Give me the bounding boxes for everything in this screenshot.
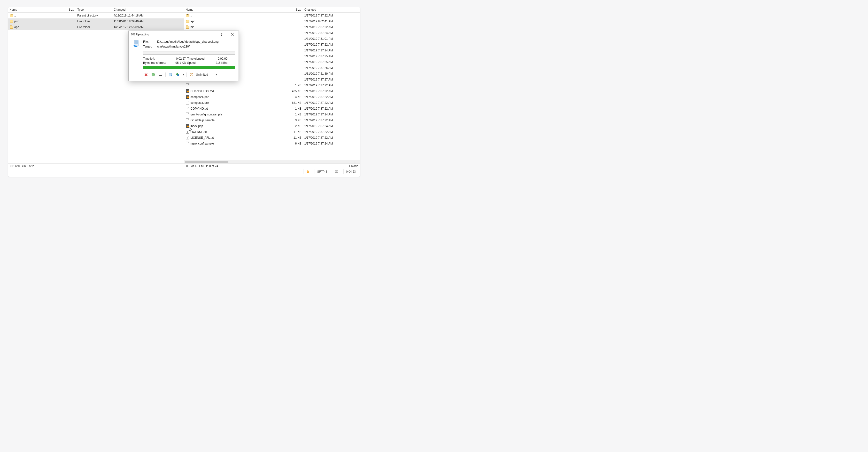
table-row[interactable]: ..1/17/2019 7:37:22 AM (184, 12, 361, 19)
speed-limit-label[interactable]: Unlimited (196, 73, 208, 76)
table-row[interactable]: bin1/17/2019 7:37:22 AM (184, 24, 361, 30)
text-file-icon (186, 136, 190, 140)
table-row[interactable]: composer.lock681 KB1/17/2019 7:37:22 AM (184, 100, 361, 106)
table-row[interactable]: appFile folder1/20/2017 12:55:09 AM (8, 24, 184, 30)
file-changed: 1/17/2019 7:37:22 AM (303, 42, 361, 48)
table-row[interactable]: nginx.conf.sample6 KB1/17/2019 7:37:24 A… (184, 141, 361, 146)
table-row[interactable]: Gruntfile.js.sample3 KB1/17/2019 7:37:22… (184, 117, 361, 123)
file-name: .. (191, 14, 192, 17)
file-size (286, 19, 303, 24)
file-name: composer.json (191, 95, 209, 99)
file-changed: 1/17/2019 7:37:25 AM (303, 53, 361, 59)
file-size: 2 KB (286, 123, 303, 129)
folder-icon (186, 20, 190, 23)
scroll-right-icon[interactable]: › (353, 160, 357, 164)
close-icon (231, 33, 234, 36)
time-left-value: 0:02:27 (171, 57, 186, 60)
file-name: Gruntfile.js.sample (191, 119, 215, 122)
svg-rect-1 (134, 40, 138, 46)
text-file-icon (186, 107, 190, 111)
dialog-titlebar[interactable]: 0% Uploading ? (129, 31, 239, 38)
file-label: File: (143, 40, 157, 44)
col-changed[interactable]: Changed (303, 7, 361, 12)
table-row[interactable]: composer.json4 KB1/17/2019 7:37:22 AM (184, 94, 361, 100)
file-changed: 1/17/2019 7:37:22 AM (303, 82, 361, 88)
hidden-count: 1 hidde (349, 164, 358, 168)
skip-button[interactable] (167, 72, 174, 78)
file-size: 6 KB (286, 141, 303, 146)
file-name: pub (14, 20, 19, 23)
file-changed: 1/20/2017 12:55:09 AM (112, 24, 184, 30)
table-row[interactable]: LICENSE.txt11 KB1/17/2019 7:37:22 AM (184, 129, 361, 135)
close-button[interactable] (227, 31, 238, 38)
file-icon (186, 101, 190, 105)
file-changed: 1/17/2019 7:37:22 AM (303, 135, 361, 141)
table-row[interactable]: COPYING.txt1 KB1/17/2019 7:37:22 AM (184, 106, 361, 112)
file-type: File folder (76, 24, 112, 30)
speedometer-icon (190, 73, 193, 77)
file-size (54, 12, 76, 19)
minimize-button[interactable] (158, 72, 163, 78)
col-size[interactable]: Size (54, 7, 76, 12)
file-size: 425 KB (286, 88, 303, 94)
local-status-text: 0 B of 0 B in 2 of 2 (10, 164, 34, 168)
col-changed[interactable]: Changed (112, 7, 184, 12)
file-size (286, 59, 303, 65)
lock-icon (306, 170, 310, 174)
file-name: LICENSE_AFL.txt (191, 136, 214, 139)
table-row[interactable]: index.php2 KB1/17/2019 7:37:24 AM (184, 123, 361, 129)
help-button[interactable]: ? (216, 31, 227, 38)
remote-status-bar: 0 B of 1.11 MB in 0 of 24 1 hidde (184, 164, 361, 169)
col-type[interactable]: Type (76, 7, 112, 12)
file-size (286, 53, 303, 59)
table-row[interactable]: 1 KB1/17/2019 7:37:22 AM (184, 82, 361, 88)
table-row[interactable]: grunt-config.json.sample1 KB1/17/2019 7:… (184, 112, 361, 117)
cancel-transfer-button[interactable] (143, 72, 149, 78)
file-changed: 1/17/2019 7:37:22 AM (303, 129, 361, 135)
table-row[interactable]: ..Parent directory4/12/2019 11:44:18 AM (8, 12, 184, 19)
file-name: COPYING.txt (191, 107, 208, 110)
table-row[interactable]: app1/17/2019 8:02:41 AM (184, 19, 361, 24)
local-file-table[interactable]: Name Size Type Changed ..Parent director… (8, 7, 184, 30)
upload-dialog: 0% Uploading ? File: D:\…\pub\media\logo… (128, 31, 239, 81)
speed-dropdown-icon[interactable]: ▼ (215, 74, 217, 76)
speed-limit-button[interactable] (189, 72, 194, 78)
file-name: nginx.conf.sample (191, 142, 214, 145)
col-name[interactable]: Name (8, 7, 54, 12)
transfer-icon (132, 40, 141, 49)
file-changed: 1/31/2019 7:51:01 PM (303, 36, 361, 42)
file-size: 1 KB (286, 106, 303, 112)
code-file-icon (186, 89, 190, 93)
table-row[interactable]: CHANGELOG.md425 KB1/17/2019 7:37:22 AM (184, 88, 361, 94)
table-row[interactable]: LICENSE_AFL.txt11 KB1/17/2019 7:37:22 AM (184, 135, 361, 141)
file-size: 11 KB (286, 135, 303, 141)
bytes-label: Bytes transferred: (143, 61, 170, 64)
col-size[interactable]: Size (286, 7, 303, 12)
file-changed: 1/17/2019 7:37:22 AM (303, 100, 361, 106)
horizontal-scrollbar[interactable]: › (184, 160, 357, 164)
file-size (286, 36, 303, 42)
file-changed: 4/12/2019 11:44:18 AM (112, 12, 184, 19)
file-size (286, 12, 303, 19)
file-icon (186, 142, 190, 145)
file-name: bin (191, 25, 194, 29)
move-background-button[interactable] (150, 72, 156, 78)
dropdown-icon[interactable]: ▼ (183, 74, 185, 76)
file-name: CHANGELOG.md (191, 89, 214, 93)
file-name: LICENSE.txt (191, 130, 207, 134)
file-changed: 1/17/2019 7:37:25 AM (303, 65, 361, 71)
scrollbar-thumb[interactable] (185, 161, 228, 163)
disconnect-when-done-button[interactable] (175, 72, 181, 78)
time-left-label: Time left: (143, 57, 170, 60)
file-size (286, 48, 303, 53)
file-changed: 1/17/2019 7:37:22 AM (303, 24, 361, 30)
col-name[interactable]: Name (184, 7, 286, 12)
table-row[interactable]: pubFile folder11/30/2016 8:29:46 AM (8, 19, 184, 24)
plug-icon (176, 73, 180, 77)
file-size (286, 71, 303, 77)
file-value: D:\…\pub\media\logo\default\logo_charcoa… (157, 40, 235, 44)
file-changed: 1/17/2019 7:37:25 AM (303, 59, 361, 65)
footer-bar: SFTP-3 0:04:53 (8, 169, 360, 174)
log-icon[interactable] (335, 170, 339, 174)
file-type: Parent directory (76, 12, 112, 19)
